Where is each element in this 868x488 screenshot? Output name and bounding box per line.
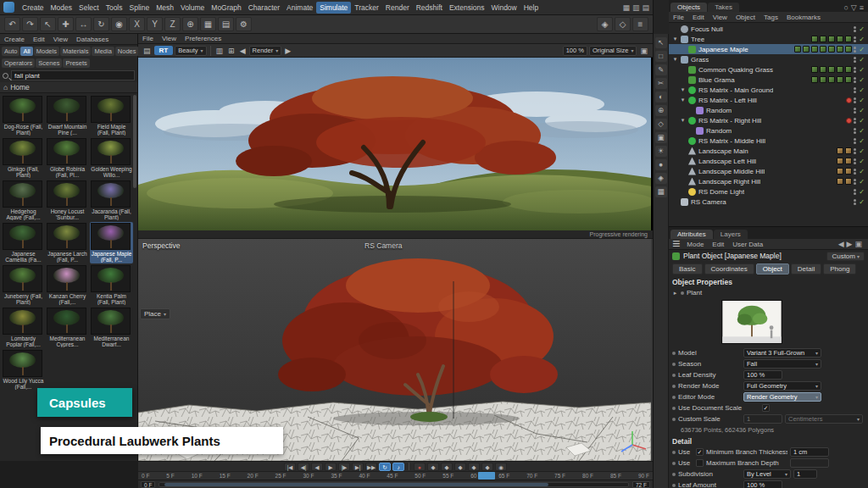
rv-menu-file[interactable]: File [138, 34, 158, 43]
expander-icon[interactable]: ▸ [672, 290, 678, 297]
asset-item[interactable]: Globe Robinia (Fall, Pl... [46, 137, 89, 179]
editor-visibility-dot[interactable] [854, 36, 856, 39]
record-button[interactable]: ● [414, 463, 426, 471]
texture-tag-icon[interactable] [794, 46, 801, 53]
object-row[interactable]: ▾Grass✓ [669, 54, 868, 64]
texture-tag-icon[interactable] [837, 36, 843, 42]
snapshot-next-icon[interactable]: ▶ [283, 47, 292, 55]
keyframe-dot-icon[interactable] [672, 396, 676, 399]
sound-button[interactable]: ♪ [392, 463, 404, 471]
keyframe-dot-icon[interactable] [672, 352, 676, 355]
editor-visibility-dot[interactable] [854, 97, 856, 100]
menu-render[interactable]: Render [382, 2, 413, 14]
move-tool-icon[interactable]: ✚ [58, 17, 74, 31]
asset-item[interactable]: Kentia Palm (Fall, Plant) [90, 264, 133, 306]
attr-objtab-phong[interactable]: Phong [823, 263, 856, 274]
menu-create[interactable]: Create [19, 2, 47, 14]
visibility-dots-icon[interactable] [854, 158, 856, 164]
custom-scale-field[interactable]: 1 [743, 414, 782, 424]
texture-tag-icon[interactable] [811, 36, 818, 42]
texture-tag-icon[interactable] [845, 158, 852, 164]
objects-tab-objects[interactable]: Objects [670, 3, 707, 12]
redo-icon[interactable]: ↷ [22, 17, 38, 31]
menu-modes[interactable]: Modes [47, 2, 76, 14]
rv-menu-view[interactable]: View [158, 34, 181, 43]
asset-item[interactable]: Dwarf Mountain Pine (... [46, 95, 89, 136]
viewport-camera-label[interactable]: RS Camera [364, 241, 402, 250]
asset-item[interactable]: Wood Lily Yucca (Fall,... [2, 349, 45, 391]
layout-split-icon[interactable]: ▥ [632, 3, 640, 12]
live-selection-icon[interactable]: ↖ [40, 17, 56, 31]
axis-z-button[interactable]: Z [164, 17, 181, 31]
attr-objtab-basic[interactable]: Basic [672, 263, 703, 274]
ab-tab-materials[interactable]: Materials [60, 47, 91, 56]
texture-tag-icon[interactable] [828, 36, 835, 42]
texture-tag-icon[interactable] [837, 147, 843, 154]
menu-extensions[interactable]: Extensions [446, 2, 488, 14]
breadcrumb[interactable]: ⌂ Home [0, 82, 137, 93]
render-visibility-dot[interactable] [854, 162, 856, 164]
knife-tool-icon[interactable]: ✂ [655, 78, 667, 89]
object-row[interactable]: RS Dome Light✓ [669, 186, 868, 197]
layout-single-icon[interactable]: ▤ [642, 3, 649, 12]
object-row[interactable]: Japanese Maple✓ [669, 44, 868, 54]
play-button[interactable]: ▶ [325, 463, 337, 471]
menu-spline[interactable]: Spline [126, 2, 153, 14]
grid-tool-icon[interactable]: ▦ [655, 186, 667, 197]
visibility-dots-icon[interactable] [854, 26, 856, 32]
lock-icon[interactable]: ▣ [854, 240, 862, 248]
visibility-dots-icon[interactable] [854, 179, 856, 185]
render-visibility-dot[interactable] [854, 91, 856, 93]
keyframe-dot-icon[interactable] [672, 374, 676, 377]
keyframe-dot-icon[interactable] [672, 451, 676, 454]
editor-visibility-dot[interactable] [854, 138, 856, 141]
visibility-dots-icon[interactable] [854, 97, 856, 103]
render-mode-select[interactable]: Full Geometry▾ [743, 381, 821, 391]
editor-visibility-dot[interactable] [854, 26, 856, 29]
texture-tag-icon[interactable] [811, 76, 818, 83]
texture-tag-icon[interactable] [820, 46, 826, 53]
texture-tag-icon[interactable] [845, 66, 852, 73]
texture-tag-icon[interactable] [820, 36, 826, 42]
asset-item[interactable]: Dog-Rose (Fall, Plant) [2, 95, 45, 136]
enabled-check-icon[interactable]: ✓ [858, 36, 865, 43]
ab-compare-icon[interactable]: ▥ [214, 47, 225, 55]
texture-tag-icon[interactable] [837, 168, 843, 175]
render-visibility-dot[interactable] [854, 80, 856, 83]
timeline-range-slider[interactable] [159, 482, 629, 487]
render-pass-select[interactable]: Beauty▾ [175, 46, 206, 56]
prev-frame-button[interactable]: ◀ [311, 463, 323, 471]
visibility-dots-icon[interactable] [854, 128, 856, 134]
visibility-dots-icon[interactable] [854, 199, 856, 205]
texture-tag-icon[interactable] [828, 66, 835, 73]
max-branch-field[interactable] [790, 458, 829, 468]
use-document-scale-checkbox[interactable]: ✓ [762, 404, 770, 412]
texture-tag-icon[interactable] [828, 76, 835, 83]
enabled-check-icon[interactable]: ✓ [858, 46, 865, 53]
visibility-dots-icon[interactable] [854, 189, 856, 195]
visibility-dots-icon[interactable] [854, 87, 856, 93]
filter-icon[interactable]: ▽ [851, 3, 857, 12]
workplane-icon[interactable]: ◇ [615, 17, 631, 31]
subdivision-select[interactable]: By Level▾ [743, 469, 791, 479]
render-view-icon[interactable]: ▦ [200, 17, 216, 31]
ab-menu-databases[interactable]: Databases [72, 35, 113, 44]
object-row[interactable]: Landscape Right Hill✓ [669, 176, 868, 186]
asset-search-input[interactable] [11, 70, 135, 80]
leaf-amount-field[interactable]: 100 % [743, 480, 782, 488]
object-row[interactable]: Focus Null✓ [669, 24, 868, 34]
ab-subtab-presets[interactable]: Presets [63, 58, 89, 68]
enabled-check-icon[interactable]: ✓ [858, 56, 865, 64]
key-scale-button[interactable]: ◆ [441, 463, 453, 471]
editor-visibility-dot[interactable] [854, 189, 856, 191]
keyframe-dot-icon[interactable] [672, 418, 676, 421]
key-pla-button[interactable]: ◆ [481, 463, 493, 471]
visibility-dots-icon[interactable] [854, 148, 856, 154]
object-row[interactable]: RS Camera✓ [669, 197, 868, 207]
snap-icon[interactable]: ◈ [597, 17, 613, 31]
history-forward-icon[interactable]: ▶ [847, 240, 853, 248]
enabled-check-icon[interactable]: ✓ [858, 117, 865, 125]
enabled-check-icon[interactable]: ✓ [858, 76, 865, 84]
key-parameter-button[interactable]: ◆ [468, 463, 480, 471]
visibility-dots-icon[interactable] [854, 57, 856, 63]
